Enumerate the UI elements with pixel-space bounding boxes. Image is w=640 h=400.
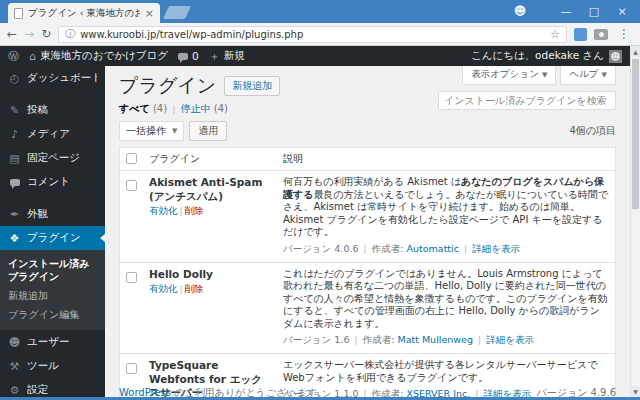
tablenav-top: 一括操作 ▼ 適用 4個の項目 xyxy=(119,121,616,141)
extension-icon[interactable] xyxy=(574,28,587,41)
plugins-table: プラグイン 説明 Akismet Anti-Spam (アンチスパム) 有効化|… xyxy=(119,147,616,397)
forward-button[interactable]: → xyxy=(24,27,34,41)
delete-link[interactable]: 削除 xyxy=(185,283,204,294)
sidebar-item-tools[interactable]: ⚒ ツール xyxy=(0,354,105,378)
admin-bar-site-name[interactable]: ⌂ 東海地方のおでかけブログ xyxy=(29,49,168,63)
filter-inactive-link[interactable]: 停止中 xyxy=(181,103,211,114)
item-count: 4個の項目 xyxy=(569,124,616,138)
dashboard-icon: ◴ xyxy=(8,72,21,85)
sidebar-item-users[interactable]: ☻ ユーザー xyxy=(0,330,105,354)
screen-options-button[interactable]: 表示オプション ▼ xyxy=(462,66,556,85)
tab-close-icon[interactable]: × xyxy=(145,7,154,20)
submenu-installed-plugins[interactable]: インストール済みプラグイン xyxy=(0,254,105,286)
scroll-up-icon[interactable]: ▲ xyxy=(631,46,640,57)
media-icon: ♪ xyxy=(8,128,21,141)
filter-all-link[interactable]: すべて xyxy=(119,103,150,114)
admin-bar-greeting[interactable]: こんにちは、odekake さん xyxy=(471,49,604,63)
plugin-meta: バージョン 1.6 | 作成者: Matt Mullenweg | 詳細を表示 xyxy=(283,334,609,347)
activate-link[interactable]: 有効化 xyxy=(149,205,178,216)
plugin-description: 何百万もの利用実績がある Akismet はあなたのブログをスパムから保護する最… xyxy=(283,176,609,239)
chevron-down-icon: ▼ xyxy=(542,71,547,79)
plugin-name: Akismet Anti-Spam (アンチスパム) xyxy=(149,176,271,203)
plus-icon: ＋ xyxy=(209,49,220,64)
scrollbar-thumb[interactable] xyxy=(632,59,639,209)
plugins-icon: ❖ xyxy=(8,232,21,245)
sidebar-item-plugins[interactable]: ❖ プラグイン xyxy=(0,226,105,250)
sidebar-item-comments[interactable]: コメント xyxy=(0,170,105,194)
apply-button[interactable]: 適用 xyxy=(189,121,227,141)
settings-icon: ⚙ xyxy=(8,384,21,397)
wordpress-logo-icon[interactable]: Ⓦ xyxy=(8,49,19,64)
minimize-button[interactable]: — xyxy=(552,0,580,23)
reload-button[interactable]: ↻ xyxy=(41,27,51,41)
wp-footer: WordPress のご利用ありがとうございます。 バージョン 4.9.6 xyxy=(119,386,616,397)
profile-icon[interactable]: ☻ xyxy=(506,0,534,23)
pages-icon: ▤ xyxy=(8,152,21,165)
camera-extension-icon[interactable] xyxy=(594,29,608,40)
submenu-add-new[interactable]: 新規追加 xyxy=(0,286,105,305)
menu-separator xyxy=(0,90,105,98)
sidebar-item-pages[interactable]: ▤ 固定ページ xyxy=(0,146,105,170)
bookmark-star-icon[interactable]: ☆ xyxy=(550,28,560,41)
sidebar-item-appearance[interactable]: ✒ 外観 xyxy=(0,202,105,226)
back-button[interactable]: ← xyxy=(7,27,17,41)
appearance-icon: ✒ xyxy=(8,208,21,221)
delete-link[interactable]: 削除 xyxy=(185,205,204,216)
plugin-search xyxy=(438,89,616,110)
maximize-button[interactable]: □ xyxy=(580,0,608,23)
wp-version: バージョン 4.9.6 xyxy=(536,386,616,397)
plugin-name: Hello Dolly xyxy=(149,268,271,282)
row-checkbox[interactable] xyxy=(126,363,137,374)
help-button[interactable]: ヘルプ ▼ xyxy=(560,66,616,85)
scrollbar[interactable]: ▲ ▼ xyxy=(630,46,640,397)
chevron-down-icon: ▼ xyxy=(172,127,177,135)
author-link[interactable]: Matt Mullenweg xyxy=(397,334,473,345)
admin-bar-new[interactable]: ＋ 新規 xyxy=(209,49,245,64)
close-button[interactable]: × xyxy=(608,0,636,23)
admin-bar-comments[interactable]: 0 xyxy=(178,50,199,62)
browser-tab[interactable]: プラグイン ‹ 東海地方のおで × xyxy=(8,3,160,23)
submenu-plugin-editor[interactable]: プラグイン編集 xyxy=(0,305,105,324)
browser-titlebar: プラグイン ‹ 東海地方のおで × ☻ — □ × xyxy=(0,0,640,23)
tab-title: プラグイン ‹ 東海地方のおで xyxy=(28,7,140,20)
new-tab-button[interactable] xyxy=(163,6,191,19)
browser-window: プラグイン ‹ 東海地方のおで × ☻ — □ × ← → ↻ ⓘ www.ku… xyxy=(0,0,640,400)
sidebar-item-settings[interactable]: ⚙ 設定 xyxy=(0,378,105,397)
browser-menu-icon[interactable]: ⋮ xyxy=(615,27,633,41)
comment-count: 0 xyxy=(192,50,199,62)
posts-icon: ✎ xyxy=(8,104,21,117)
author-link[interactable]: Automattic xyxy=(407,243,459,254)
scroll-down-icon[interactable]: ▼ xyxy=(631,386,640,397)
activate-link[interactable]: 有効化 xyxy=(149,283,178,294)
avatar[interactable]: ☻ xyxy=(609,50,622,63)
comments-icon xyxy=(8,176,21,189)
site-info-icon[interactable]: ⓘ xyxy=(65,27,75,41)
plugin-meta: バージョン 4.0.6 | 作成者: Automattic | 詳細を表示 xyxy=(283,243,609,256)
sidebar-item-dashboard[interactable]: ◴ ダッシュボード xyxy=(0,66,105,90)
table-row: Akismet Anti-Spam (アンチスパム) 有効化|削除 何百万もの利… xyxy=(120,171,616,263)
search-input[interactable] xyxy=(438,91,616,110)
details-link[interactable]: 詳細を表示 xyxy=(486,334,534,345)
users-icon: ☻ xyxy=(8,336,21,349)
sidebar-item-media[interactable]: ♪ メディア xyxy=(0,122,105,146)
details-link[interactable]: 詳細を表示 xyxy=(472,243,520,254)
add-new-button[interactable]: 新規追加 xyxy=(224,76,280,96)
row-checkbox[interactable] xyxy=(126,180,137,191)
row-checkbox[interactable] xyxy=(126,272,137,283)
main-content: 表示オプション ▼ ヘルプ ▼ プラグイン 新規追加 すべて (4) | 停止中… xyxy=(105,66,630,397)
home-icon: ⌂ xyxy=(29,50,36,63)
page-icon xyxy=(14,8,23,19)
sidebar-item-posts[interactable]: ✎ 投稿 xyxy=(0,98,105,122)
address-bar[interactable]: ⓘ www.kuroobi.jp/travel/wp-admin/plugins… xyxy=(58,26,567,43)
column-header-plugin[interactable]: プラグイン xyxy=(143,148,277,171)
page-title: プラグイン xyxy=(119,73,216,99)
plugin-description: エックスサーバー株式会社が提供する各レンタルサーバーサービスでWebフォントを利… xyxy=(283,359,609,384)
menu-separator xyxy=(0,194,105,202)
url-text[interactable]: www.kuroobi.jp/travel/wp-admin/plugins.p… xyxy=(80,29,545,40)
comments-bubble-icon xyxy=(178,53,188,60)
wp-admin-bar: Ⓦ ⌂ 東海地方のおでかけブログ 0 ＋ 新規 こんにちは、odekake さん… xyxy=(0,46,630,66)
bulk-action-select[interactable]: 一括操作 ▼ xyxy=(119,121,184,141)
select-all-checkbox[interactable] xyxy=(126,153,137,164)
column-header-description: 説明 xyxy=(277,148,616,171)
wordpress-link[interactable]: WordPress xyxy=(119,387,171,397)
